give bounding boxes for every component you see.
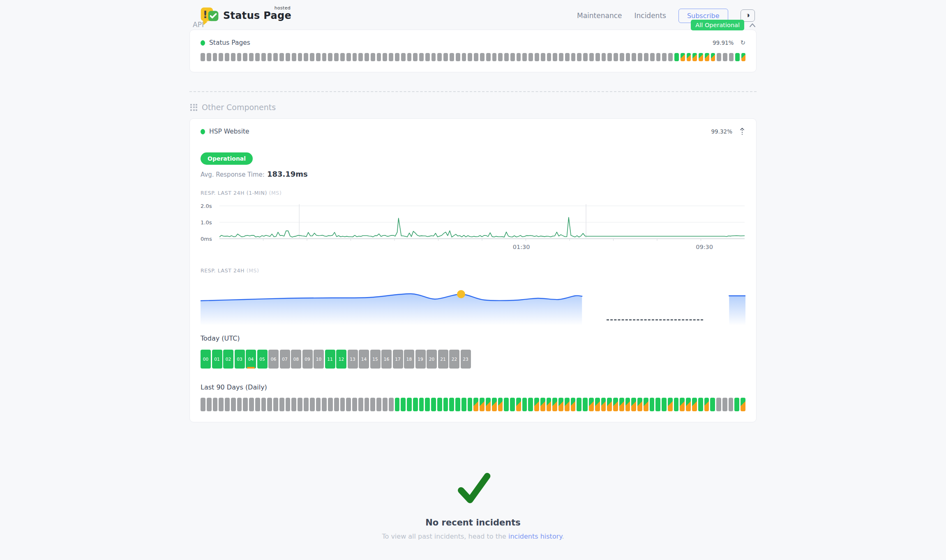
uptime-bar[interactable] bbox=[279, 53, 284, 61]
uptime-bar[interactable] bbox=[358, 53, 363, 61]
daily-uptime-bar[interactable] bbox=[431, 398, 436, 411]
uptime-bar[interactable] bbox=[644, 53, 648, 61]
daily-uptime-bar[interactable] bbox=[413, 398, 418, 411]
daily-uptime-bar[interactable] bbox=[316, 398, 321, 411]
uptime-bar[interactable] bbox=[213, 53, 217, 61]
hour-block[interactable]: 16 bbox=[381, 350, 392, 369]
uptime-bar[interactable] bbox=[650, 53, 655, 61]
uptime-bar[interactable] bbox=[286, 53, 290, 61]
daily-uptime-bar[interactable] bbox=[328, 398, 333, 411]
incidents-history-link[interactable]: incidents history bbox=[508, 532, 562, 540]
hour-block[interactable]: 02 bbox=[223, 350, 233, 369]
daily-uptime-bar[interactable] bbox=[589, 398, 594, 411]
daily-uptime-bar[interactable] bbox=[419, 398, 424, 411]
uptime-bar[interactable] bbox=[431, 53, 436, 61]
uptime-bar[interactable] bbox=[547, 53, 551, 61]
uptime-bar[interactable] bbox=[741, 53, 746, 61]
uptime-bar[interactable] bbox=[407, 53, 412, 61]
hour-block[interactable]: 11 bbox=[325, 350, 335, 369]
daily-uptime-bar[interactable] bbox=[734, 398, 739, 411]
daily-uptime-bar[interactable] bbox=[486, 398, 491, 411]
daily-uptime-bar[interactable] bbox=[583, 398, 588, 411]
uptime-bar[interactable] bbox=[371, 53, 375, 61]
uptime-bar[interactable] bbox=[565, 53, 570, 61]
daily-uptime-bar[interactable] bbox=[376, 398, 381, 411]
hour-block[interactable]: 12 bbox=[336, 350, 346, 369]
uptime-bar[interactable] bbox=[255, 53, 260, 61]
uptime-bar[interactable] bbox=[225, 53, 229, 61]
daily-uptime-bar[interactable] bbox=[291, 398, 296, 411]
daily-uptime-bar[interactable] bbox=[741, 398, 745, 411]
daily-uptime-bar[interactable] bbox=[540, 398, 545, 411]
uptime-bar[interactable] bbox=[292, 53, 296, 61]
uptime-bar[interactable] bbox=[662, 53, 667, 61]
uptime-bar[interactable] bbox=[273, 53, 278, 61]
daily-uptime-bar[interactable] bbox=[468, 398, 473, 411]
daily-uptime-bar[interactable] bbox=[729, 398, 734, 411]
daily-uptime-bar[interactable] bbox=[650, 398, 655, 411]
daily-uptime-bar[interactable] bbox=[613, 398, 618, 411]
daily-uptime-bar[interactable] bbox=[201, 398, 205, 411]
daily-uptime-bar[interactable] bbox=[207, 398, 212, 411]
uptime-bar[interactable] bbox=[492, 53, 497, 61]
uptime-bar[interactable] bbox=[614, 53, 618, 61]
hour-block[interactable]: 00 bbox=[201, 350, 211, 369]
uptime-bar[interactable] bbox=[626, 53, 630, 61]
hour-block[interactable]: 20 bbox=[427, 350, 437, 369]
daily-uptime-bar[interactable] bbox=[558, 398, 563, 411]
uptime-bar[interactable] bbox=[365, 53, 369, 61]
uptime-bar[interactable] bbox=[201, 53, 205, 61]
daily-uptime-bar[interactable] bbox=[674, 398, 679, 411]
uptime-bar[interactable] bbox=[346, 53, 351, 61]
uptime-bar[interactable] bbox=[389, 53, 393, 61]
daily-uptime-bar[interactable] bbox=[516, 398, 521, 411]
uptime-bar[interactable] bbox=[692, 53, 697, 61]
uptime-bar[interactable] bbox=[480, 53, 485, 61]
nav-incidents[interactable]: Incidents bbox=[635, 12, 666, 20]
uptime-bar[interactable] bbox=[735, 53, 740, 61]
daily-uptime-bar[interactable] bbox=[662, 398, 667, 411]
daily-uptime-bar[interactable] bbox=[298, 398, 302, 411]
daily-uptime-bar[interactable] bbox=[365, 398, 369, 411]
daily-uptime-bar[interactable] bbox=[565, 398, 570, 411]
uptime-bar[interactable] bbox=[595, 53, 600, 61]
daily-uptime-bar[interactable] bbox=[692, 398, 697, 411]
uptime-bar[interactable] bbox=[711, 53, 715, 61]
daily-uptime-bar[interactable] bbox=[686, 398, 691, 411]
daily-uptime-bar[interactable] bbox=[231, 398, 236, 411]
uptime-bar[interactable] bbox=[498, 53, 503, 61]
uptime-bar[interactable] bbox=[638, 53, 642, 61]
daily-uptime-bar[interactable] bbox=[716, 398, 721, 411]
daily-uptime-bar[interactable] bbox=[595, 398, 600, 411]
daily-uptime-bar[interactable] bbox=[698, 398, 703, 411]
daily-uptime-bar[interactable] bbox=[322, 398, 327, 411]
uptime-bar[interactable] bbox=[705, 53, 709, 61]
daily-uptime-bar[interactable] bbox=[637, 398, 642, 411]
uptime-bar[interactable] bbox=[261, 53, 266, 61]
hour-block[interactable]: 05 bbox=[257, 350, 268, 369]
daily-uptime-bar[interactable] bbox=[437, 398, 442, 411]
daily-uptime-bar[interactable] bbox=[383, 398, 388, 411]
uptime-bar[interactable] bbox=[395, 53, 399, 61]
uptime-bar[interactable] bbox=[443, 53, 448, 61]
daily-uptime-bar[interactable] bbox=[352, 398, 357, 411]
hour-block[interactable]: 19 bbox=[415, 350, 426, 369]
daily-uptime-bar[interactable] bbox=[340, 398, 345, 411]
uptime-bar[interactable] bbox=[304, 53, 308, 61]
uptime-bar[interactable] bbox=[486, 53, 491, 61]
daily-uptime-bar[interactable] bbox=[237, 398, 242, 411]
uptime-bar[interactable] bbox=[249, 53, 254, 61]
daily-uptime-bar[interactable] bbox=[243, 398, 248, 411]
daily-uptime-bar[interactable] bbox=[510, 398, 515, 411]
uptime-bar[interactable] bbox=[620, 53, 624, 61]
uptime-bar[interactable] bbox=[425, 53, 430, 61]
hour-block[interactable]: 08 bbox=[291, 350, 301, 369]
daily-uptime-bar[interactable] bbox=[461, 398, 466, 411]
daily-uptime-bar[interactable] bbox=[710, 398, 715, 411]
nav-maintenance[interactable]: Maintenance bbox=[577, 12, 622, 20]
uptime-bar[interactable] bbox=[353, 53, 357, 61]
daily-uptime-bar[interactable] bbox=[571, 398, 576, 411]
uptime-bar[interactable] bbox=[589, 53, 594, 61]
uptime-bar[interactable] bbox=[668, 53, 673, 61]
uptime-bar[interactable] bbox=[231, 53, 235, 61]
